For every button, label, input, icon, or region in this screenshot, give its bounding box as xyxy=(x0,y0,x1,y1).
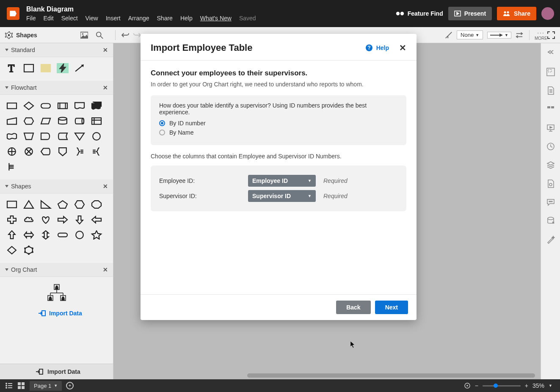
supervisor-id-label: Supervisor ID: xyxy=(159,193,248,199)
supervisor-id-select[interactable]: Supervisor ID ▼ xyxy=(248,190,316,202)
import-modal: Import Employee Table ? Help ✕ Connect y… xyxy=(141,34,417,320)
modal-title: Import Employee Table xyxy=(151,42,252,53)
help-label: Help xyxy=(376,44,389,51)
modal-subtitle: Connect your employees to their supervis… xyxy=(151,69,406,77)
next-button[interactable]: Next xyxy=(375,301,408,314)
employee-id-value: Employee ID xyxy=(252,177,288,184)
radio-icon xyxy=(159,120,165,126)
modal-header: Import Employee Table ? Help ✕ xyxy=(141,34,417,61)
required-label: Required xyxy=(323,177,348,184)
supervisor-id-value: Supervisor ID xyxy=(252,193,291,199)
radio-by-id[interactable]: By ID number xyxy=(159,120,398,127)
employee-id-label: Employee ID: xyxy=(159,177,248,184)
identify-card: How does your table identify a superviso… xyxy=(151,95,406,145)
modal-footer: Back Next xyxy=(141,294,417,320)
radio-name-label: By Name xyxy=(169,129,194,136)
employee-id-select[interactable]: Employee ID ▼ xyxy=(248,175,316,187)
help-link[interactable]: ? Help xyxy=(365,44,389,52)
modal-body: Connect your employees to their supervis… xyxy=(141,61,417,294)
cursor-icon xyxy=(350,341,356,348)
back-button[interactable]: Back xyxy=(336,301,370,314)
chevron-down-icon: ▼ xyxy=(308,194,312,198)
close-icon[interactable]: ✕ xyxy=(399,43,406,53)
choose-columns-text: Choose the columns that contain Employee… xyxy=(151,153,406,160)
fields-card: Employee ID: Employee ID ▼ Required Supe… xyxy=(151,166,406,211)
supervisor-id-row: Supervisor ID: Supervisor ID ▼ Required xyxy=(159,190,398,202)
radio-by-name[interactable]: By Name xyxy=(159,129,398,136)
svg-text:?: ? xyxy=(367,45,370,51)
card-question: How does your table identify a superviso… xyxy=(159,102,398,116)
help-icon: ? xyxy=(365,44,373,52)
employee-id-row: Employee ID: Employee ID ▼ Required xyxy=(159,175,398,187)
modal-overlay: Import Employee Table ? Help ✕ Connect y… xyxy=(0,0,560,392)
chevron-down-icon: ▼ xyxy=(308,179,312,183)
required-label: Required xyxy=(323,193,348,199)
radio-id-label: By ID number xyxy=(169,120,206,127)
modal-description: In order to get your Org Chart right, we… xyxy=(151,81,406,88)
radio-icon xyxy=(159,130,165,135)
